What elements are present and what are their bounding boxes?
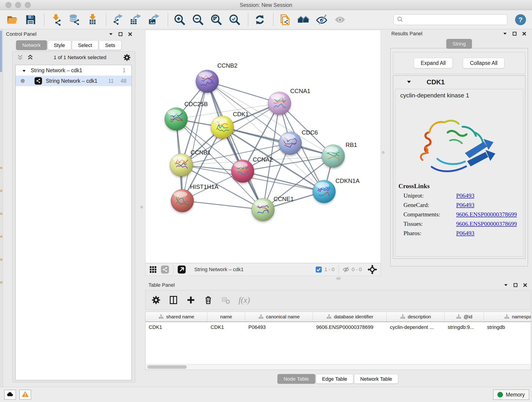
- horizontal-splitter-grip[interactable]: [336, 277, 341, 280]
- network-node-CCNA1[interactable]: [268, 92, 291, 115]
- close-window-button[interactable]: [6, 2, 12, 8]
- left-splitter-grip[interactable]: [140, 206, 143, 208]
- crosslink-link[interactable]: 9606.ENSP00000378699: [456, 211, 517, 218]
- float-results-panel-button[interactable]: [512, 31, 517, 36]
- collapse-all-networks-icon[interactable]: [27, 54, 34, 61]
- network-node-CDC25B[interactable]: [165, 108, 188, 130]
- network-graph[interactable]: CCNB2CCNA1CDC25BCDK1CDC6RB1CCNB1CCNA2CDK…: [146, 30, 380, 263]
- home-views-button[interactable]: [297, 13, 310, 26]
- crosslink-link[interactable]: P06493: [456, 202, 474, 209]
- hidden-eye-icon[interactable]: [342, 266, 349, 273]
- collapse-triangle-icon[interactable]: [22, 68, 26, 72]
- refresh-layout-button[interactable]: [253, 13, 266, 26]
- column-header--id[interactable]: @id: [444, 312, 484, 322]
- table-horizontal-scrollbar[interactable]: [146, 364, 531, 370]
- tab-style[interactable]: Style: [48, 40, 71, 50]
- table-options-gear-icon[interactable]: [152, 295, 161, 305]
- network-options-gear-icon[interactable]: [123, 54, 131, 61]
- collapse-section-triangle-icon[interactable]: [406, 80, 412, 85]
- zoom-out-button[interactable]: [191, 13, 204, 26]
- grid-view-icon[interactable]: [149, 265, 157, 274]
- search-box[interactable]: [394, 14, 507, 25]
- add-column-icon[interactable]: [186, 295, 196, 305]
- network-row-selected[interactable]: String Network – cdk1 11 48: [16, 76, 132, 86]
- crosslink-link[interactable]: P06493: [456, 230, 474, 237]
- table-panel-menu-icon[interactable]: [503, 282, 509, 288]
- column-header-name[interactable]: name: [207, 312, 245, 322]
- column-header-description[interactable]: description: [387, 312, 444, 322]
- expand-all-networks-icon[interactable]: [17, 54, 24, 61]
- tab-network-table[interactable]: Network Table: [354, 374, 398, 384]
- selected-checkbox-icon[interactable]: [315, 266, 322, 273]
- collapse-all-button[interactable]: Collapse All: [463, 58, 505, 68]
- show-columns-icon[interactable]: [169, 295, 178, 305]
- save-button[interactable]: [24, 13, 37, 26]
- expand-all-button[interactable]: Expand All: [414, 58, 453, 68]
- crosslink-link[interactable]: 9606.ENSP00000378699: [456, 220, 517, 227]
- delete-column-trash-icon[interactable]: [204, 295, 213, 305]
- close-table-panel-button[interactable]: [522, 282, 528, 288]
- string-results-container: Expand All Collapse All CDK1 cyclin-depe…: [390, 48, 528, 266]
- close-control-panel-button[interactable]: [127, 32, 133, 37]
- tab-network[interactable]: Network: [16, 40, 47, 50]
- import-network-button[interactable]: [50, 13, 62, 26]
- zoom-window-button[interactable]: [25, 2, 31, 8]
- node-result-header[interactable]: CDK1: [393, 76, 525, 89]
- network-node-CCNB2[interactable]: [196, 70, 219, 93]
- table-row[interactable]: CDK1CDK1P064939606.ENSP00000378699cyclin…: [146, 322, 531, 332]
- export-image-button[interactable]: [148, 13, 161, 26]
- tab-select[interactable]: Select: [72, 40, 98, 50]
- column-header-shared-name[interactable]: shared name: [146, 312, 207, 322]
- column-header-canonical-name[interactable]: canonical name: [245, 312, 313, 322]
- right-splitter-grip[interactable]: [382, 151, 385, 154]
- network-node-CDK1[interactable]: [211, 116, 234, 139]
- network-share-view-icon[interactable]: [161, 265, 169, 274]
- column-header-database-identifier[interactable]: database identifier: [313, 312, 387, 322]
- hide-graphics-details-button[interactable]: [315, 13, 328, 26]
- network-node-CCNE1[interactable]: [252, 198, 274, 221]
- network-collection-row[interactable]: String Network – cdk1 1: [16, 65, 132, 76]
- warnings-button[interactable]: [19, 390, 31, 400]
- column-type-icon: [258, 314, 264, 319]
- export-table-button[interactable]: [130, 13, 143, 26]
- cloud-status-button[interactable]: [4, 390, 16, 400]
- column-header-label: namespace: [512, 314, 531, 319]
- tab-edge-table[interactable]: Edge Table: [316, 374, 354, 384]
- left-strip-dot: [0, 213, 2, 215]
- zoom-fit-button[interactable]: [210, 13, 223, 26]
- tab-string[interactable]: String: [446, 39, 472, 49]
- column-header-namespace[interactable]: namespace: [484, 312, 531, 322]
- float-control-panel-button[interactable]: [118, 32, 123, 37]
- close-results-panel-button[interactable]: [521, 31, 527, 36]
- results-panel-menu-icon[interactable]: [502, 31, 508, 36]
- network-node-CDKN1A[interactable]: [313, 180, 336, 203]
- memory-button[interactable]: Memory: [493, 389, 529, 400]
- network-node-CDC6[interactable]: [279, 132, 302, 155]
- network-node-CCNA2[interactable]: [231, 160, 254, 183]
- export-network-button[interactable]: [111, 13, 124, 26]
- session-documents-button[interactable]: [279, 13, 291, 26]
- network-view-canvas[interactable]: CCNB2CCNA1CDC25BCDK1CDC6RB1CCNB1CCNA2CDK…: [145, 30, 381, 263]
- crosslink-link[interactable]: P06493: [456, 192, 474, 199]
- control-panel-menu-icon[interactable]: [108, 32, 114, 37]
- function-builder-icon: f(x): [239, 295, 250, 305]
- tab-node-table[interactable]: Node Table: [278, 374, 315, 384]
- float-table-panel-button[interactable]: [513, 282, 518, 288]
- table-cell: stringdb:9...: [444, 322, 484, 332]
- import-database-button[interactable]: [68, 13, 81, 26]
- network-node-CCNB1[interactable]: [170, 153, 193, 177]
- search-input[interactable]: [405, 15, 504, 24]
- network-node-RB1[interactable]: [322, 145, 345, 167]
- help-button[interactable]: ?: [515, 14, 526, 25]
- delete-table-icon-disabled: [221, 295, 230, 305]
- open-in-new-window-icon[interactable]: [177, 265, 186, 274]
- network-node-HIST1H1A[interactable]: [171, 189, 194, 212]
- birds-eye-crosshair-icon[interactable]: [367, 264, 377, 274]
- zoom-selected-button[interactable]: [228, 13, 241, 26]
- open-file-button[interactable]: [6, 13, 19, 26]
- zoom-in-button[interactable]: [173, 13, 186, 26]
- tab-sets[interactable]: Sets: [99, 40, 121, 50]
- import-table-button[interactable]: [86, 13, 99, 26]
- scrollbar-thumb[interactable]: [147, 365, 187, 369]
- minimize-window-button[interactable]: [15, 2, 21, 8]
